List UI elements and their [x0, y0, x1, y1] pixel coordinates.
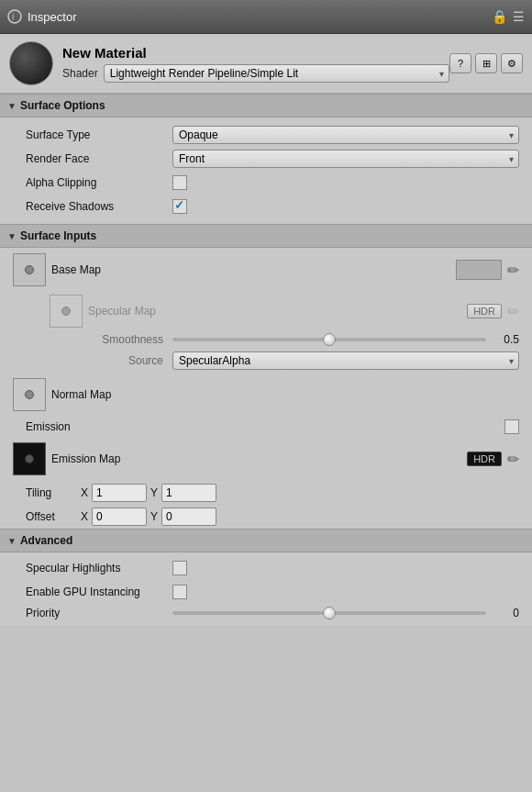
- priority-row: Priority 0: [0, 604, 532, 622]
- alpha-clipping-label: Alpha Clipping: [26, 176, 172, 189]
- emission-hdr-button[interactable]: HDR: [467, 452, 502, 466]
- gpu-instancing-checkbox[interactable]: [172, 585, 187, 599]
- smoothness-value: 0.5: [492, 333, 519, 346]
- emission-map-thumb[interactable]: [13, 442, 46, 475]
- tiling-x-input[interactable]: [92, 484, 147, 502]
- specular-hdr-button[interactable]: HDR: [467, 304, 502, 318]
- surface-options-label: Surface Options: [20, 99, 105, 112]
- emission-map-row: Emission Map HDR ✏: [0, 437, 532, 481]
- specular-map-row: Specular Map HDR ✏: [0, 292, 532, 330]
- alpha-clipping-checkbox[interactable]: [172, 175, 187, 190]
- render-face-label: Render Face: [26, 152, 172, 165]
- specular-dot-icon: [61, 307, 71, 316]
- material-settings-button[interactable]: ⚙: [501, 53, 523, 73]
- advanced-header[interactable]: ▼ Advanced: [0, 529, 532, 552]
- base-map-thumb[interactable]: [13, 253, 46, 286]
- material-preview: [9, 41, 53, 85]
- surface-type-dropdown-wrapper[interactable]: Opaque Transparent: [172, 126, 519, 144]
- smoothness-label: Smoothness: [26, 333, 172, 346]
- emission-label: Emission: [26, 420, 497, 433]
- title-bar: i Inspector 🔒 ☰: [0, 0, 532, 34]
- specular-pencil-icon[interactable]: ✏: [507, 303, 519, 320]
- inspector-body: New Material Shader Lightweight Render P…: [0, 34, 532, 626]
- material-name: New Material: [62, 45, 449, 61]
- lock-icon[interactable]: 🔒: [492, 9, 507, 24]
- alpha-clipping-row: Alpha Clipping: [0, 171, 532, 195]
- advanced-arrow: ▼: [7, 536, 17, 546]
- material-header: New Material Shader Lightweight Render P…: [0, 34, 532, 94]
- material-shader-row: Shader Lightweight Render Pipeline/Simpl…: [62, 64, 449, 83]
- surface-options-header[interactable]: ▼ Surface Options: [0, 94, 532, 117]
- surface-type-control: Opaque Transparent: [172, 126, 519, 144]
- source-row: Source SpecularAlpha AlbedoAlpha: [0, 349, 532, 373]
- tiling-y-input[interactable]: [161, 484, 216, 502]
- specular-map-thumb[interactable]: [50, 295, 83, 328]
- tiling-fields: X Y: [81, 484, 519, 502]
- tiling-x-label: X: [81, 486, 88, 499]
- material-layout-button[interactable]: ⊞: [475, 53, 497, 73]
- gpu-instancing-row: Enable GPU Instancing: [0, 580, 532, 604]
- shader-dropdown[interactable]: Lightweight Render Pipeline/Simple Lit: [104, 64, 449, 83]
- specular-highlights-row: Specular Highlights: [0, 556, 532, 580]
- emission-row: Emission: [0, 417, 532, 437]
- source-dropdown-wrapper[interactable]: SpecularAlpha AlbedoAlpha: [172, 351, 519, 370]
- priority-control: 0: [172, 607, 519, 619]
- gpu-instancing-label: Enable GPU Instancing: [26, 586, 172, 598]
- shader-dropdown-wrapper[interactable]: Lightweight Render Pipeline/Simple Lit: [104, 64, 449, 83]
- smoothness-control: 0.5: [172, 333, 519, 346]
- receive-shadows-checkbox[interactable]: [172, 199, 187, 214]
- specular-highlights-checkbox[interactable]: [172, 561, 187, 575]
- svg-point-0: [8, 10, 21, 23]
- specular-highlights-control: [172, 561, 519, 575]
- offset-y-label: Y: [150, 510, 158, 523]
- offset-fields: X Y: [81, 508, 519, 526]
- normal-dot-icon: [25, 390, 34, 399]
- surface-options-content: Surface Type Opaque Transparent Render F…: [0, 117, 532, 224]
- svg-text:i: i: [12, 12, 14, 22]
- base-map-color-swatch[interactable]: [456, 260, 502, 280]
- source-dropdown[interactable]: SpecularAlpha AlbedoAlpha: [172, 351, 519, 370]
- render-face-control: Front Back Both: [172, 150, 519, 168]
- inspector-icon: i: [7, 9, 22, 24]
- render-face-row: Render Face Front Back Both: [0, 147, 532, 171]
- tiling-label: Tiling: [26, 486, 81, 499]
- material-help-button[interactable]: ?: [449, 53, 471, 73]
- render-face-dropdown-wrapper[interactable]: Front Back Both: [172, 150, 519, 168]
- surface-type-label: Surface Type: [26, 128, 172, 141]
- render-face-dropdown[interactable]: Front Back Both: [172, 150, 519, 168]
- surface-inputs-content: Base Map ✏ Specular Map HDR ✏ Smoothness…: [0, 248, 532, 529]
- offset-row: Offset X Y: [0, 505, 532, 529]
- surface-inputs-arrow: ▼: [7, 231, 17, 241]
- priority-label: Priority: [26, 607, 172, 619]
- priority-slider[interactable]: [172, 611, 486, 615]
- offset-y-input[interactable]: [161, 508, 216, 526]
- smoothness-row: Smoothness 0.5: [0, 330, 532, 349]
- base-map-row: Base Map ✏: [0, 248, 532, 292]
- emission-map-label: Emission Map: [51, 452, 461, 465]
- offset-label: Offset: [26, 510, 81, 523]
- priority-value: 0: [492, 607, 519, 619]
- base-map-dot-icon: [25, 265, 34, 274]
- material-info: New Material Shader Lightweight Render P…: [62, 45, 449, 83]
- specular-map-label: Specular Map: [88, 305, 461, 318]
- title-bar-title: Inspector: [28, 10, 492, 24]
- source-label: Source: [26, 354, 172, 367]
- emission-dot-icon: [25, 454, 34, 463]
- surface-options-arrow: ▼: [7, 101, 17, 111]
- offset-x-input[interactable]: [92, 508, 147, 526]
- offset-x-label: X: [81, 510, 88, 523]
- emission-checkbox[interactable]: [504, 419, 519, 434]
- menu-icon[interactable]: ☰: [513, 9, 525, 24]
- surface-type-row: Surface Type Opaque Transparent: [0, 123, 532, 147]
- emission-pencil-icon[interactable]: ✏: [507, 451, 519, 468]
- advanced-label: Advanced: [20, 534, 72, 547]
- material-header-actions: ? ⊞ ⚙: [449, 53, 523, 73]
- base-map-pencil-icon[interactable]: ✏: [507, 262, 519, 279]
- title-bar-actions: 🔒 ☰: [492, 9, 525, 24]
- normal-map-label: Normal Map: [51, 388, 519, 401]
- surface-inputs-header[interactable]: ▼ Surface Inputs: [0, 224, 532, 248]
- normal-map-thumb[interactable]: [13, 378, 46, 411]
- surface-type-dropdown[interactable]: Opaque Transparent: [172, 126, 519, 144]
- smoothness-slider[interactable]: [172, 338, 486, 341]
- shader-label: Shader: [62, 67, 98, 80]
